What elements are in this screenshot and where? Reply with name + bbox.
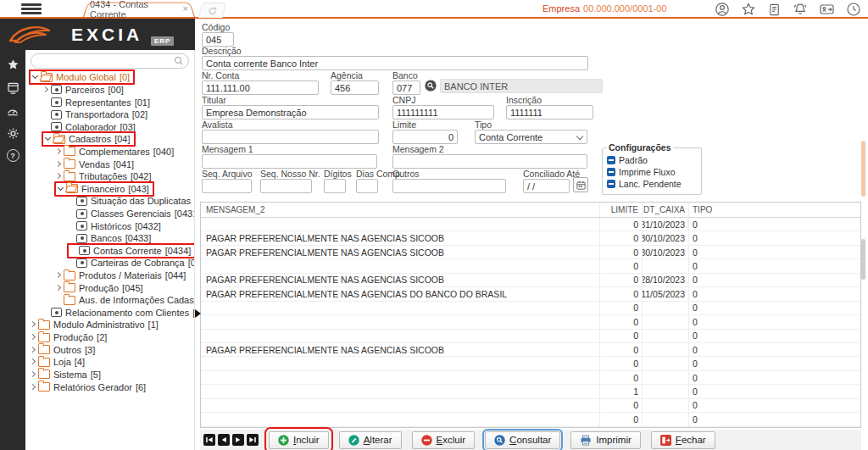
grid-column-header[interactable]: MENSAGEM_2 (201, 203, 599, 217)
expander-right-icon[interactable] (54, 271, 63, 280)
checkbox-checked-icon[interactable] (607, 180, 615, 188)
table-row[interactable]: PAGAR PREFERENCIALMENTE NAS AGENCIAS DO … (201, 287, 860, 301)
table-row[interactable]: PAGAR PREFERENCIALMENTE NAS AGENCIAS SIC… (201, 231, 860, 245)
tree-item-financeiro[interactable]: Financeiro[043] (25, 182, 194, 195)
table-row[interactable]: 00 (201, 315, 860, 329)
tree-item-cadastros[interactable]: Cadastros[04] (25, 133, 194, 146)
next-record-button[interactable] (232, 434, 244, 446)
avalista-input[interactable] (202, 130, 379, 144)
reports-icon[interactable] (767, 3, 782, 17)
user-card-icon[interactable] (819, 2, 835, 17)
table-row[interactable]: 00 (201, 399, 860, 413)
first-record-button[interactable] (203, 434, 215, 446)
limite-input[interactable]: 0 (392, 130, 458, 144)
checkbox-checked-icon[interactable] (607, 168, 615, 176)
alterar-button[interactable]: Alterar (339, 431, 402, 449)
tree-item-situa-o-das-duplicatas[interactable]: Situação das Duplicatas[0430] (25, 195, 194, 208)
previous-record-button[interactable] (218, 434, 230, 446)
nr-conta-input[interactable]: 111.111.00 (202, 81, 319, 95)
imprimir-button[interactable]: Imprimir (570, 431, 641, 449)
star-icon[interactable] (6, 58, 19, 71)
banco-code-input[interactable]: 077 (392, 81, 420, 95)
digitos-input[interactable] (324, 179, 346, 193)
help-icon[interactable]: ? (7, 149, 19, 162)
table-row[interactable]: 00 (201, 259, 860, 273)
grid-column-header[interactable]: DT_CAIXA (642, 203, 688, 217)
table-row[interactable]: 10 (201, 385, 860, 398)
checkbox-checked-icon[interactable] (607, 156, 615, 164)
tree-item-aus-de-informa-es-cadastros[interactable]: Aus. de Informações Cadastros[046] (25, 294, 194, 307)
tree-item-classes-gerenciais[interactable]: Classes Gerenciais[0431] (25, 208, 194, 220)
tree-item-produ-o[interactable]: Produção[045] (25, 281, 194, 294)
expander-down-icon[interactable] (57, 185, 65, 193)
tree-item-parceiros[interactable]: Parceiros[00] (25, 84, 194, 97)
settings-gear-icon[interactable] (6, 126, 19, 140)
cnpj-input[interactable]: 111111111 (392, 105, 494, 119)
tree-item-outros[interactable]: Outros[3] (25, 343, 194, 356)
expander-right-icon[interactable] (29, 358, 37, 366)
expander-right-icon[interactable] (29, 383, 37, 392)
table-row[interactable]: PAGAR PREFERENCIALMENTE NAS AGENCIAS SIC… (201, 274, 860, 287)
grid-scrollbar-thumb[interactable] (861, 239, 865, 280)
dashboard-gauge-icon[interactable] (6, 103, 19, 117)
table-row[interactable]: 00 (201, 371, 860, 385)
tree-item-contas-corrente[interactable]: Contas Corrente[0434] (25, 245, 194, 258)
hamburger-menu-icon[interactable] (21, 3, 42, 14)
grid-column-header[interactable]: LIMITE (599, 203, 642, 217)
tree-item-vendas[interactable]: Vendas[041] (25, 158, 194, 170)
tipo-select[interactable]: Conta Corrente (475, 130, 587, 144)
excluir-button[interactable]: Excluir (412, 431, 476, 449)
descricao-input[interactable]: Conta corrente Banco Inter (202, 56, 588, 70)
expander-right-icon[interactable] (29, 333, 37, 342)
outros-input[interactable] (392, 179, 506, 193)
tree-item-relacionamento-com-clientes[interactable]: Relacionamento com Clientes[05] (25, 307, 194, 319)
inscricao-input[interactable]: 1111111 (506, 105, 593, 119)
option-lanc-pendente[interactable]: Lanc. Pendente (607, 178, 697, 190)
expander-right-icon[interactable] (54, 147, 63, 156)
tree-item-loja[interactable]: Loja[4] (25, 356, 194, 369)
tree-item-modulo-administrativo[interactable]: Modulo Administrativo[1] (25, 319, 194, 331)
tree-item-hist-ricos[interactable]: Históricos[0432] (25, 219, 194, 232)
tree-item-representantes[interactable]: Representantes[01] (25, 96, 194, 108)
fechar-button[interactable]: Fechar (651, 431, 715, 449)
grid-column-header[interactable]: TIPO (688, 203, 860, 217)
calendar-button[interactable] (573, 177, 588, 192)
table-row[interactable]: 031/10/20230 (201, 218, 860, 231)
tree-item-modulo-global[interactable]: Modulo Global[0] (25, 71, 194, 84)
table-row[interactable]: 00 (201, 427, 860, 428)
expander-right-icon[interactable] (54, 172, 63, 181)
notifications-bell-icon[interactable] (793, 2, 808, 17)
seq-nosso-nr-input[interactable] (260, 179, 312, 193)
banco-search-button[interactable] (425, 80, 437, 92)
tree-search-input[interactable] (31, 53, 189, 69)
option-padrao[interactable]: Padrão (607, 154, 697, 166)
tree-item-carteiras-de-cobran-a[interactable]: Carteiras de Cobrança[0435] (25, 257, 194, 269)
form-scrollbar-thumb[interactable] (861, 141, 865, 197)
table-row[interactable]: 00 (201, 357, 860, 370)
favorite-star-icon[interactable] (741, 2, 756, 17)
new-tab-button[interactable] (198, 3, 226, 18)
tab-contas-corrente[interactable]: 0434 - Contas Corrente × (90, 1, 188, 17)
consultar-button[interactable]: Consultar (485, 431, 560, 449)
expander-right-icon[interactable] (29, 320, 37, 329)
last-record-button[interactable] (247, 434, 259, 446)
tab-close-icon[interactable]: × (183, 4, 188, 14)
table-row[interactable]: 00 (201, 330, 860, 343)
conciliado-ate-input[interactable]: / / (523, 179, 570, 193)
option-imprime-fluxo[interactable]: Imprime Fluxo (607, 166, 697, 178)
expander-down-icon[interactable] (31, 73, 40, 81)
titular-input[interactable]: Empresa Demonstração (202, 105, 379, 119)
expander-right-icon[interactable] (29, 346, 37, 354)
expander-right-icon[interactable] (29, 370, 37, 379)
incluir-button[interactable]: Incluir (269, 431, 329, 449)
clock-icon[interactable] (846, 2, 861, 17)
tree-item-complementares[interactable]: Complementares[040] (25, 146, 194, 158)
table-row[interactable]: 00 (201, 413, 860, 426)
tree-item-produ-o[interactable]: Produção[2] (25, 331, 194, 344)
expander-right-icon[interactable] (54, 284, 63, 292)
seq-arquivo-input[interactable] (202, 179, 252, 193)
table-row[interactable]: PAGAR PREFERENCIALMENTE NAS AGENCIAS SIC… (201, 246, 860, 259)
expander-right-icon[interactable] (42, 86, 50, 94)
table-row[interactable]: PAGAR PREFERENCIALMENTE NAS AGENCIAS SIC… (201, 343, 860, 357)
mensagem1-input[interactable] (202, 154, 377, 169)
